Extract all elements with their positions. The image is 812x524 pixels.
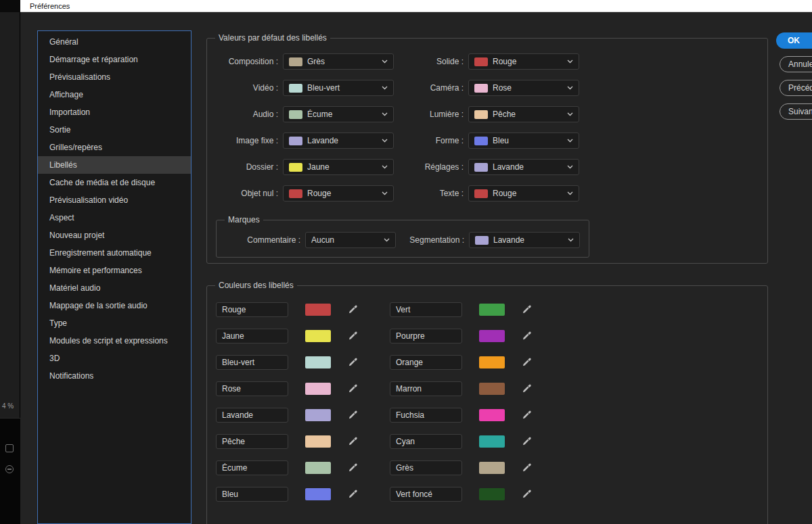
label-default-dropdown[interactable]: Rose [468,80,579,96]
sidebar-item[interactable]: Importation [38,103,191,121]
label-color-swatch[interactable] [305,409,331,421]
label-color-swatch[interactable] [479,488,505,500]
eyedropper-icon[interactable] [522,331,533,341]
label-color-swatch[interactable] [479,356,505,368]
label-color-swatch[interactable] [479,330,505,342]
label-name-input[interactable] [390,408,462,423]
sidebar-item[interactable]: Général [38,33,191,51]
ok-button[interactable]: OK [776,32,812,49]
sidebar-item[interactable]: Libellés [38,156,191,174]
label-name-input[interactable] [390,329,462,343]
label-color-swatch[interactable] [305,330,331,342]
label-name-input[interactable] [390,460,462,475]
dropdown-field-label: Texte : [401,189,464,198]
label-default-dropdown[interactable]: Pêche [468,106,579,122]
eyedropper-icon[interactable] [522,304,533,315]
label-default-dropdown[interactable]: Lavande [469,232,580,248]
cancel-button[interactable]: Annuler [780,56,812,72]
label-default-dropdown[interactable]: Bleu-vert [283,80,394,96]
sidebar-item[interactable]: Prévisualisation vidéo [38,191,191,209]
label-name-input[interactable] [216,408,288,423]
sidebar-item[interactable]: Grilles/repères [38,139,191,156]
label-name-input[interactable] [390,434,462,449]
chevron-down-icon [567,86,573,90]
eyedropper-icon[interactable] [348,436,359,447]
label-name-input[interactable] [390,355,462,370]
label-color-swatch[interactable] [305,435,331,448]
label-color-row [390,381,533,396]
label-name-input[interactable] [216,329,288,343]
dropdown-field-label: Dossier : [216,162,278,172]
label-default-dropdown[interactable]: Rouge [283,185,394,201]
eyedropper-icon[interactable] [348,357,359,368]
previous-button[interactable]: Précédent [780,80,812,96]
sidebar-item[interactable]: Sortie [38,121,191,139]
dropdown-value: Lavande [493,235,563,245]
sidebar-item[interactable]: Démarrage et réparation [38,51,191,68]
dropdown-color-swatch [474,137,488,145]
sidebar-item[interactable]: Prévisualisations [38,68,191,86]
label-color-swatch[interactable] [305,356,331,368]
label-color-row [216,487,359,502]
sidebar-item[interactable]: Enregistrement automatique [38,244,191,262]
eyedropper-icon[interactable] [348,383,359,394]
eyedropper-icon[interactable] [522,489,533,500]
sidebar-item-label: Libellés [49,160,77,170]
sidebar-item[interactable]: Matériel audio [38,279,191,297]
label-color-swatch[interactable] [305,488,331,500]
eyedropper-icon[interactable] [522,383,533,394]
dropdown-field-label: Objet nul : [216,189,278,198]
label-default-dropdown[interactable]: Aucun [305,232,396,248]
label-color-swatch[interactable] [305,383,331,395]
eyedropper-icon[interactable] [348,331,359,341]
colors-right [390,302,533,502]
sidebar-item[interactable]: Nouveau projet [38,227,191,244]
label-default-dropdown[interactable]: Rouge [468,53,579,70]
label-name-input[interactable] [216,302,288,317]
label-name-input[interactable] [216,355,288,370]
label-color-swatch[interactable] [479,435,505,448]
label-color-swatch[interactable] [479,383,505,395]
label-color-swatch[interactable] [305,304,331,316]
label-default-row: Caméra : Rose [401,80,579,96]
label-color-swatch[interactable] [305,462,331,474]
sidebar-item[interactable]: Type [38,314,191,332]
label-name-input[interactable] [216,434,288,449]
sidebar-item[interactable]: 3D [38,350,191,367]
sidebar-item[interactable]: Notifications [38,367,191,385]
eyedropper-icon[interactable] [522,436,533,447]
label-default-dropdown[interactable]: Écume [283,106,394,122]
sidebar-item[interactable]: Cache de média et de disque [38,174,191,191]
sidebar-item[interactable]: Aspect [38,209,191,227]
eyedropper-icon[interactable] [522,462,533,473]
sidebar-item[interactable]: Mappage de la sortie audio [38,297,191,314]
label-color-swatch[interactable] [479,462,505,474]
label-default-row: Forme : Bleu [401,133,579,149]
label-color-swatch[interactable] [479,304,505,316]
label-default-dropdown[interactable]: Jaune [283,159,394,175]
label-default-dropdown[interactable]: Bleu [468,133,579,149]
label-name-input[interactable] [390,487,462,502]
label-name-input[interactable] [216,381,288,396]
sidebar-item[interactable]: Mémoire et performances [38,262,191,279]
label-default-dropdown[interactable]: Grès [283,53,394,70]
label-name-input[interactable] [390,381,462,396]
label-name-input[interactable] [390,302,462,317]
next-button[interactable]: Suivant [780,103,812,120]
label-default-dropdown[interactable]: Rouge [468,185,579,201]
label-name-input[interactable] [216,460,288,475]
eyedropper-icon[interactable] [348,304,359,315]
label-default-dropdown[interactable]: Lavande [468,159,579,175]
sidebar-item[interactable]: Affichage [38,86,191,103]
eyedropper-icon[interactable] [348,410,359,421]
dropdown-field-label: Segmentation : [397,235,464,245]
defaults-section: Valeurs par défaut des libellés Composit… [206,38,768,264]
eyedropper-icon[interactable] [348,462,359,473]
eyedropper-icon[interactable] [522,410,533,421]
eyedropper-icon[interactable] [522,357,533,368]
label-name-input[interactable] [216,487,288,502]
label-default-dropdown[interactable]: Lavande [283,133,394,149]
sidebar-item[interactable]: Modules de script et expressions [38,332,191,350]
label-color-swatch[interactable] [479,409,505,421]
eyedropper-icon[interactable] [348,489,359,500]
